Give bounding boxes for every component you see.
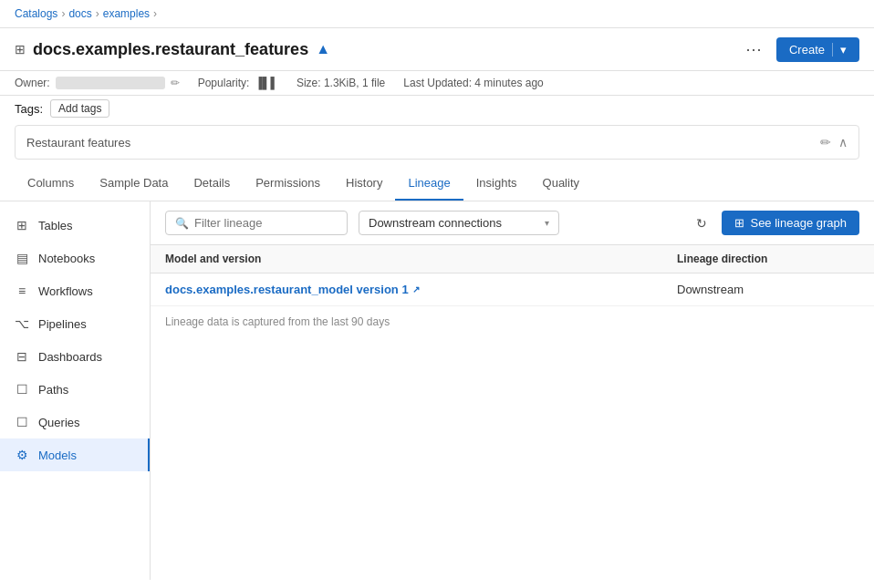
add-tags-button[interactable]: Add tags — [50, 99, 109, 118]
search-box[interactable]: 🔍 — [165, 211, 348, 235]
popularity-value: ▐▌▌ — [255, 77, 278, 89]
page-title: docs.examples.restaurant_features — [33, 40, 308, 59]
sidebar-item-workflows[interactable]: ≡ Workflows — [0, 274, 150, 307]
sidebar-label-dashboards: Dashboards — [38, 350, 102, 364]
sidebar-label-paths: Paths — [38, 383, 68, 397]
owner-edit-icon[interactable]: ✏ — [171, 77, 180, 89]
refresh-button[interactable]: ↻ — [692, 212, 711, 234]
table-row: docs.examples.restaurant_model version 1… — [151, 273, 874, 306]
see-lineage-graph-button[interactable]: ⊞ See lineage graph — [722, 211, 859, 235]
filter-select-text: Downstream connections — [369, 216, 539, 230]
breadcrumb-sep1: › — [61, 7, 65, 20]
tab-history[interactable]: History — [333, 167, 395, 201]
tables-icon: ⊞ — [15, 218, 29, 232]
sidebar-label-pipelines: Pipelines — [38, 317, 87, 331]
owner-label: Owner: — [15, 77, 50, 89]
models-icon: ⚙ — [15, 448, 29, 462]
create-label: Create — [789, 43, 825, 57]
breadcrumb-examples[interactable]: examples — [103, 7, 150, 20]
sidebar-item-paths[interactable]: ☐ Paths — [0, 373, 150, 406]
lineage-note: Lineage data is captured from the last 9… — [151, 306, 874, 337]
create-button[interactable]: Create ▾ — [776, 37, 859, 62]
paths-icon: ☐ — [15, 382, 29, 397]
sidebar-item-tables[interactable]: ⊞ Tables — [0, 209, 150, 242]
table-icon: ⊞ — [15, 42, 26, 57]
sidebar-item-dashboards[interactable]: ⊟ Dashboards — [0, 340, 150, 373]
sidebar-item-notebooks[interactable]: ▤ Notebooks — [0, 242, 150, 274]
more-options-button[interactable]: ⋯ — [738, 36, 769, 63]
description-edit-button[interactable]: ✏ — [820, 135, 831, 150]
lineage-graph-icon: ⊞ — [734, 216, 744, 230]
tab-lineage[interactable]: Lineage — [395, 167, 463, 201]
workflows-icon: ≡ — [15, 284, 29, 298]
owner-value — [56, 77, 165, 89]
sidebar-label-workflows: Workflows — [38, 284, 93, 298]
description-text: Restaurant features — [26, 136, 130, 150]
alert-icon: ▲ — [316, 41, 330, 57]
last-updated-value: Last Updated: 4 minutes ago — [403, 77, 543, 89]
dashboards-icon: ⊟ — [15, 349, 29, 364]
popularity-label: Popularity: — [198, 77, 250, 89]
tags-label: Tags: — [15, 102, 43, 116]
lineage-table: Model and version Lineage direction docs… — [151, 245, 874, 580]
search-input[interactable] — [194, 216, 338, 230]
content-area: ⊞ Tables ▤ Notebooks ≡ Workflows ⌥ Pipel… — [0, 201, 874, 580]
description-collapse-button[interactable]: ∧ — [838, 135, 848, 150]
breadcrumb-sep3: › — [153, 7, 157, 20]
queries-icon: ☐ — [15, 415, 29, 429]
size-value: Size: 1.3KiB, 1 file — [297, 77, 385, 89]
sidebar-label-notebooks: Notebooks — [38, 252, 95, 265]
lineage-toolbar: 🔍 Downstream connections ▾ ↻ ⊞ See linea… — [151, 201, 874, 245]
chevron-down-icon: ▾ — [545, 218, 549, 228]
filter-select[interactable]: Downstream connections ▾ — [359, 211, 559, 235]
page-header: ⊞ docs.examples.restaurant_features ▲ ⋯ … — [0, 28, 874, 71]
sidebar-item-models[interactable]: ⚙ Models — [0, 438, 150, 471]
breadcrumb-docs[interactable]: docs — [68, 7, 91, 20]
tab-quality[interactable]: Quality — [530, 167, 592, 201]
col-header-direction: Lineage direction — [677, 253, 859, 265]
tab-permissions[interactable]: Permissions — [243, 167, 333, 201]
table-header: Model and version Lineage direction — [151, 245, 874, 273]
description-box: Restaurant features ✏ ∧ — [15, 125, 859, 160]
sidebar-item-queries[interactable]: ☐ Queries — [0, 406, 150, 438]
pipelines-icon: ⌥ — [15, 316, 29, 331]
sidebar-label-tables: Tables — [38, 219, 73, 232]
main-panel: 🔍 Downstream connections ▾ ↻ ⊞ See linea… — [151, 201, 874, 580]
sidebar-label-models: Models — [38, 449, 77, 462]
direction-value: Downstream — [677, 283, 859, 296]
search-icon: 🔍 — [175, 217, 189, 230]
tags-row: Tags: Add tags — [0, 96, 874, 125]
model-name: docs.examples.restaurant_model version 1 — [165, 283, 409, 296]
sidebar-item-pipelines[interactable]: ⌥ Pipelines — [0, 307, 150, 340]
tab-details[interactable]: Details — [181, 167, 243, 201]
model-link[interactable]: docs.examples.restaurant_model version 1… — [165, 283, 677, 296]
tab-sample-data[interactable]: Sample Data — [87, 167, 181, 201]
sidebar: ⊞ Tables ▤ Notebooks ≡ Workflows ⌥ Pipel… — [0, 201, 151, 580]
sidebar-label-queries: Queries — [38, 416, 80, 429]
notebooks-icon: ▤ — [15, 251, 29, 265]
tab-columns[interactable]: Columns — [15, 167, 87, 201]
create-arrow: ▾ — [832, 43, 847, 57]
external-link-icon: ↗ — [412, 284, 420, 294]
col-header-model: Model and version — [165, 253, 677, 265]
tabs-bar: Columns Sample Data Details Permissions … — [0, 167, 874, 201]
tab-insights[interactable]: Insights — [463, 167, 530, 201]
breadcrumb-sep2: › — [96, 7, 99, 20]
lineage-graph-label: See lineage graph — [750, 216, 847, 230]
breadcrumb: Catalogs › docs › examples › — [0, 0, 874, 28]
breadcrumb-catalogs[interactable]: Catalogs — [15, 7, 57, 20]
metadata-row: Owner: ✏ Popularity: ▐▌▌ Size: 1.3KiB, 1… — [0, 71, 874, 96]
